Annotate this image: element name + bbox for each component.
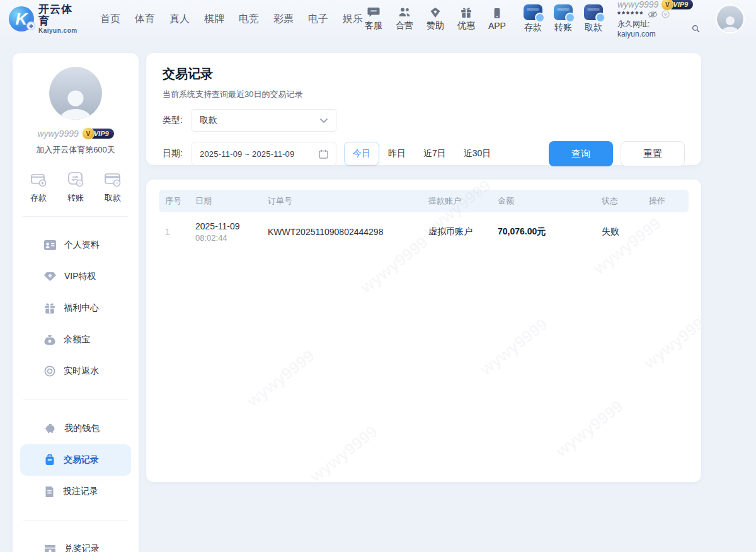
sidebar-item-betting-records[interactable]: 投注记录 <box>20 476 131 507</box>
top-navbar: K 开云体育 Kaiyun.com 首页 体育 真人 棋牌 电竞 彩票 电子 娱… <box>0 0 756 38</box>
sidebar-menu-group-1: 个人资料 VIP特权 福利中心 余额宝 实时返水 <box>13 229 139 387</box>
main-nav: 首页 体育 真人 棋牌 电竞 彩票 电子 娱乐 <box>100 13 363 26</box>
piggy-bank-icon <box>44 423 56 434</box>
chevron-down-icon <box>319 118 328 124</box>
magnifier-icon[interactable] <box>692 25 700 33</box>
sidebar-menu-group-2: 我的钱包 交易记录 投注记录 <box>13 413 139 507</box>
vip-badge: VIP9 <box>662 0 693 9</box>
deposit-button[interactable]: 存款 <box>522 4 544 33</box>
nav-slots[interactable]: 电子 <box>308 13 328 26</box>
gift-icon <box>460 7 472 18</box>
date-range-value: 2025-11-09 ~ 2025-11-09 <box>200 149 294 159</box>
page-subtitle: 当前系统支持查询最近30日的交易记录 <box>163 89 685 100</box>
money-bag-icon <box>44 335 55 345</box>
transfer-globe-icon <box>554 4 573 20</box>
sidebar: wywy9999 VIP9 加入开云体育第600天 存款 转账 取款 个人资料 <box>13 53 139 552</box>
sidebar-deposit-button[interactable]: 存款 <box>29 170 48 204</box>
sidebar-item-vip[interactable]: VIP特权 <box>20 261 131 292</box>
sidebar-item-transaction-records[interactable]: 交易记录 <box>20 444 131 476</box>
app-download-button[interactable]: APP <box>486 8 508 31</box>
sidebar-username: wywy9999 <box>37 129 78 139</box>
refresh-v-icon[interactable] <box>662 10 670 18</box>
col-header-index: 序号 <box>159 195 189 207</box>
partnership-button[interactable]: 合营 <box>394 7 415 32</box>
gem-icon <box>44 272 56 282</box>
records-table-card: wywy9999wywy9999wywy9999wywy9999wywy9999… <box>146 180 701 482</box>
rebate-circle-icon <box>44 365 55 377</box>
customer-service-button[interactable]: 客服 <box>363 7 384 32</box>
smartphone-icon <box>491 8 503 19</box>
date-range-input[interactable]: 2025-11-09 ~ 2025-11-09 <box>192 142 336 166</box>
col-header-date: 日期 <box>189 195 261 207</box>
type-select-value: 取款 <box>200 115 217 126</box>
date-label: 日期: <box>163 148 192 159</box>
range-7days-button[interactable]: 近7日 <box>415 142 455 166</box>
id-card-icon <box>44 240 56 250</box>
deposit-wallet-icon <box>524 4 542 20</box>
nav-home[interactable]: 首页 <box>100 13 120 26</box>
sidebar-avatar[interactable] <box>49 67 102 120</box>
chat-bubble-icon <box>367 7 380 18</box>
masked-balance: ****** <box>617 10 644 18</box>
type-select[interactable]: 取款 <box>192 109 336 132</box>
table-row: 1 2025-11-09 08:02:44 KWWT20251109080244… <box>159 212 689 251</box>
sidebar-item-wallet[interactable]: 我的钱包 <box>20 413 131 444</box>
quick-range-group: 今日 昨日 近7日 近30日 <box>344 142 500 166</box>
sponsor-button[interactable]: 赞助 <box>425 7 446 32</box>
user-info-block: wywy9999 VIP9 ****** 永久网址: kaiyun.com <box>617 0 700 38</box>
sidebar-vip-badge: VIP9 <box>83 129 114 139</box>
transfer-button[interactable]: 转账 <box>553 4 574 33</box>
col-header-action: 操作 <box>643 195 689 207</box>
type-label: 类型: <box>163 115 192 126</box>
col-header-amount: 金额 <box>491 195 595 207</box>
nav-board-games[interactable]: 棋牌 <box>204 13 224 26</box>
person-silhouette-icon <box>719 14 741 33</box>
person-silhouette-icon <box>56 87 95 120</box>
promotions-button[interactable]: 优惠 <box>455 7 477 32</box>
nav-right-cluster: 客服 合营 赞助 优惠 APP 存款 <box>363 0 745 38</box>
withdraw-button[interactable]: 取款 <box>583 4 604 33</box>
sidebar-item-prize-records[interactable]: 兑奖记录 <box>20 533 131 552</box>
calendar-icon <box>319 149 328 159</box>
sidebar-item-rebate[interactable]: 实时返水 <box>20 355 131 387</box>
sidebar-item-benefits[interactable]: 福利中心 <box>20 292 131 324</box>
type-filter-row: 类型: 取款 <box>163 109 685 132</box>
filter-buttons: 查询 重置 <box>549 141 685 166</box>
people-icon <box>398 7 411 18</box>
date-filter-row: 日期: 2025-11-09 ~ 2025-11-09 今日 昨日 近7日 近3… <box>163 141 685 166</box>
range-today-button[interactable]: 今日 <box>344 142 379 166</box>
logo-k-icon: K <box>9 6 34 32</box>
sidebar-item-yuebao[interactable]: 余额宝 <box>20 324 131 355</box>
nav-live-casino[interactable]: 真人 <box>169 13 190 26</box>
gift-icon <box>44 303 55 314</box>
sidebar-menu-group-3: 兑奖记录 消息中心 99+ <box>13 533 139 552</box>
nav-sports[interactable]: 体育 <box>135 13 155 26</box>
document-icon <box>44 486 55 497</box>
nav-lottery[interactable]: 彩票 <box>273 13 294 26</box>
row-status: 失败 <box>595 226 643 238</box>
permanent-url: 永久网址: kaiyun.com <box>617 19 700 38</box>
money-actions: 存款 转账 取款 <box>522 4 604 33</box>
range-yesterday-button[interactable]: 昨日 <box>379 142 415 166</box>
range-30days-button[interactable]: 近30日 <box>455 142 500 166</box>
eye-off-icon[interactable] <box>648 11 658 18</box>
sidebar-item-profile[interactable]: 个人资料 <box>20 229 131 261</box>
user-avatar[interactable] <box>716 4 745 33</box>
page-title: 交易记录 <box>163 66 685 83</box>
table-header-row: 序号 日期 订单号 提款账户 金额 状态 操作 <box>159 190 689 212</box>
sidebar-divider <box>23 400 129 400</box>
page: K 开云体育 Kaiyun.com 首页 体育 真人 棋牌 电竞 彩票 电子 娱… <box>0 0 756 552</box>
sidebar-transfer-button[interactable]: 转账 <box>66 170 85 204</box>
diamond-icon <box>429 7 442 18</box>
col-header-account: 提款账户 <box>422 195 491 207</box>
row-amount: 70,076.00元 <box>491 226 595 238</box>
search-button[interactable]: 查询 <box>549 141 613 166</box>
row-date: 2025-11-09 08:02:44 <box>189 221 261 243</box>
sidebar-quick-actions: 存款 转账 取款 <box>13 170 139 204</box>
reset-button[interactable]: 重置 <box>621 141 685 166</box>
col-header-status: 状态 <box>595 195 643 207</box>
nav-entertainment[interactable]: 娱乐 <box>343 13 363 26</box>
sidebar-withdraw-button[interactable]: 取款 <box>103 170 122 204</box>
nav-esports[interactable]: 电竞 <box>239 13 259 26</box>
brand-logo[interactable]: K 开云体育 Kaiyun.com <box>9 4 84 34</box>
